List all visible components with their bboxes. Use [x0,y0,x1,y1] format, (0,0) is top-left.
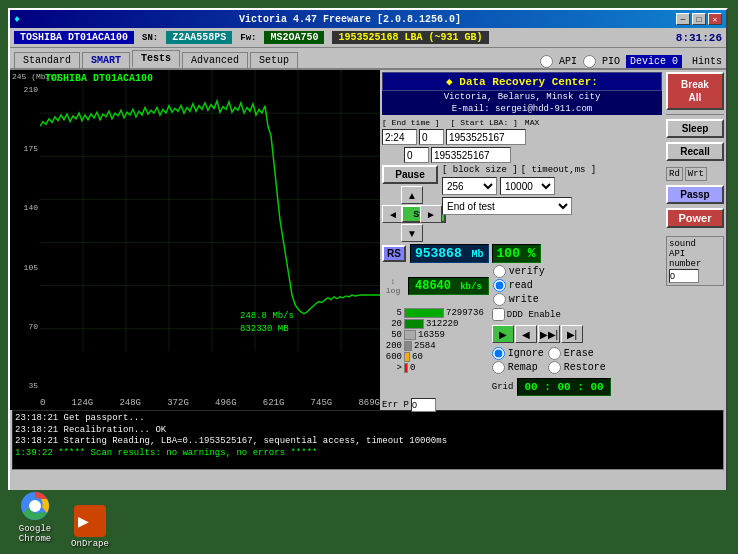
svg-point-16 [29,500,41,512]
y-label-5: 35 [12,381,40,390]
x-label-5: 621G [263,398,285,408]
tab-smart[interactable]: SMART [82,52,130,68]
erase-radio[interactable] [548,347,561,360]
start-lba2-input[interactable] [404,147,429,163]
sn-label: SN: [142,33,158,43]
power-button[interactable]: Power [666,208,724,228]
break-all-button[interactable]: Break All [666,72,724,110]
chrome-label: GoogleChrome [19,524,51,544]
settings-col: [ block size ] [ timeout,ms ] 256 512 10… [442,165,662,215]
tab-tests[interactable]: Tests [132,50,180,68]
ddd-enable-check[interactable] [492,308,505,321]
drc-line1: Victoria, Belarus, Minsk city [382,91,662,103]
main-content: 245 (Mb/s) 210 175 140 105 70 35 [10,70,726,410]
block-size-select[interactable]: 256 512 1024 [442,177,497,195]
cyl-box-1 [404,319,424,329]
progress-row: RS 953868 Mb 100 % [382,244,662,263]
maximize-button[interactable]: □ [692,13,706,25]
erase-option[interactable]: Erase [548,347,606,360]
sound-label: sound [669,239,721,249]
passp-button[interactable]: Passp [666,185,724,204]
api-number-input[interactable] [669,269,699,283]
ondrape-icon[interactable]: ▶ OnDrape [65,505,115,549]
restore-option[interactable]: Restore [548,361,606,374]
verify-option[interactable]: verify [493,265,545,278]
error-row: Err P [382,398,662,412]
back-button[interactable]: ◀ [515,325,537,343]
ddd-enable-option[interactable]: DDD Enable [492,308,611,321]
minimize-button[interactable]: ─ [676,13,690,25]
write-option[interactable]: write [493,293,545,306]
ignore-option[interactable]: Ignore [492,347,544,360]
drive-firmware: MS2OA750 [264,31,324,44]
tab-advanced[interactable]: Advanced [182,52,248,68]
drive-name[interactable]: TOSHIBA DT01ACA100 [14,31,134,44]
rs-button[interactable]: RS [382,245,406,262]
tab-setup[interactable]: Setup [250,52,298,68]
recall-button[interactable]: Recall [666,142,724,161]
x-label-6: 745G [311,398,333,408]
x-label-2: 248G [119,398,141,408]
tab-standard[interactable]: Standard [14,52,80,68]
x-label-4: 496G [215,398,237,408]
remap-option[interactable]: Remap [492,361,544,374]
cyl-map-section: 5 7299736 20 312220 50 16359 [382,308,662,396]
api-radio[interactable] [540,55,553,68]
cyl-row-4: 600 60 [382,352,484,362]
play-button[interactable]: ▶ [492,325,514,343]
timeout-select[interactable]: 10000 5000 20000 [500,177,555,195]
drive-bar: TOSHIBA DT01ACA100 SN: Z2AA558PS Fw: MS2… [10,28,726,48]
close-button[interactable]: ✕ [708,13,722,25]
sleep-button[interactable]: Sleep [666,119,724,138]
log-line-1: 23:18:21 Recalibration... OK [15,425,721,437]
pio-label: PIO [602,56,620,67]
grid-label: Grid [492,382,514,392]
nav-arrows: ▲ ◄ Start ► ▼ [382,186,438,242]
ff-button[interactable]: ▶▶| [538,325,560,343]
wrt-button[interactable]: Wrt [685,167,707,181]
x-label-0: 0 [40,398,45,408]
rd-button[interactable]: Rd [666,167,683,181]
max-label: MAX [525,118,539,127]
end-time-label: [ End time ] [382,118,440,127]
start-lba-label: [ Start LBA: ] [451,118,518,127]
ignore-radio[interactable] [492,347,505,360]
read-radio[interactable] [493,279,506,292]
log-line-3: 1:39:22 ***** Scan results: no warnings,… [15,448,721,460]
device-label: Device 0 [626,55,682,68]
graph-svg: 248.8 Mb/s 832330 MB [40,70,380,370]
chrome-icon[interactable]: GoogleChrome [10,490,60,544]
restore-radio[interactable] [548,361,561,374]
remap-radio[interactable] [492,361,505,374]
action-row: Pause ▲ ◄ Start ► ▼ [382,165,662,242]
svg-text:248.8 Mb/s: 248.8 Mb/s [240,312,294,322]
options-section: DDD Enable ▶ ◀ ▶▶| ▶| Ignore [492,308,611,396]
radio-options: verify read write [493,265,545,306]
fw-label: Fw: [240,33,256,43]
cyl-box-0 [404,308,444,318]
verify-radio[interactable] [493,265,506,278]
read-option[interactable]: read [493,279,545,292]
graph-title: TOSHIBA DT01ACA100 [45,73,153,84]
drive-lba: 1953525168 LBA (~931 GB) [332,31,488,44]
end-time-input[interactable] [382,129,417,145]
end-lba-input[interactable] [446,129,526,145]
err-input[interactable] [411,398,436,412]
cyl-box-2 [404,330,416,340]
right-arrow[interactable]: ► [420,205,442,223]
ondrape-label: OnDrape [71,539,109,549]
grid-row: Grid 00 : 00 : 00 [492,378,611,396]
start-lba-input[interactable] [419,129,444,145]
write-radio[interactable] [493,293,506,306]
graph-panel: 245 (Mb/s) 210 175 140 105 70 35 [10,70,380,410]
x-label-3: 372G [167,398,189,408]
y-axis: 210 175 140 105 70 35 [12,85,40,390]
cyl-map: 5 7299736 20 312220 50 16359 [382,308,484,396]
end-of-test-select[interactable]: End of test Ignore Remap [442,197,572,215]
pio-radio[interactable] [583,55,596,68]
chrome-icon-img [19,490,51,522]
controls-panel: ◆ Data Recovery Center: Victoria, Belaru… [380,70,664,410]
end-lba2-input[interactable] [431,147,511,163]
pause-button[interactable]: Pause [382,165,438,184]
skip-button[interactable]: ▶| [561,325,583,343]
